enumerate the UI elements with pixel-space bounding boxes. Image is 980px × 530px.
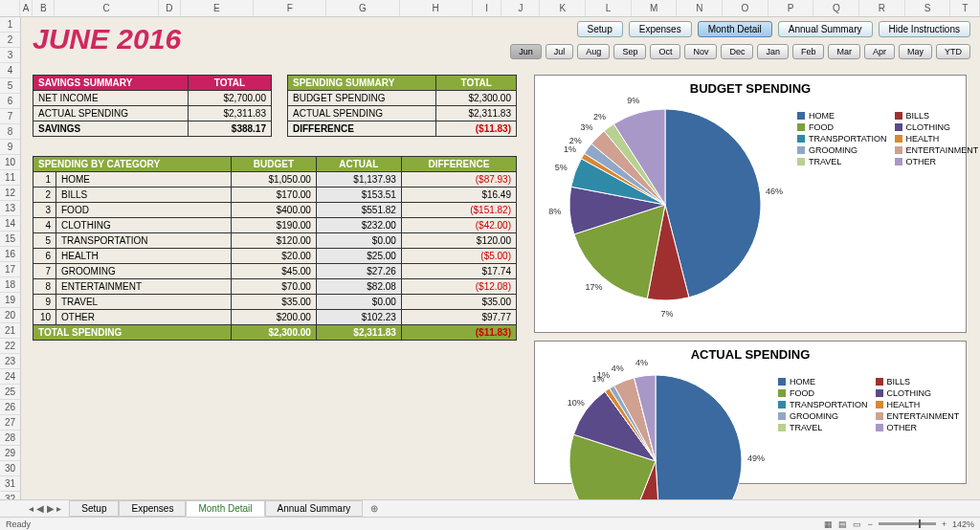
chart-title: ACTUAL SPENDING	[541, 347, 960, 362]
sheet-tab-expenses[interactable]: Expenses	[119, 500, 186, 517]
nav-hide-instructions[interactable]: Hide Instructions	[879, 21, 970, 37]
legend-item: GROOMING	[778, 411, 868, 421]
sheet-tab-month-detail[interactable]: Month Detail	[186, 500, 264, 517]
zoom-level: 142%	[952, 519, 974, 529]
chart-title: BUDGET SPENDING	[541, 81, 960, 96]
savings-summary-table: SAVINGS SUMMARYTOTALNET INCOME$2,700.00A…	[33, 75, 272, 137]
nav-expenses[interactable]: Expenses	[629, 21, 692, 37]
legend-item: GROOMING	[797, 145, 887, 155]
view-layout-icon[interactable]: ▤	[838, 519, 847, 529]
spending-by-category-table: SPENDING BY CATEGORYBUDGETACTUALDIFFEREN…	[33, 156, 517, 341]
legend-item: OTHER	[895, 157, 979, 166]
legend-item: ENTERTAINMENT	[876, 411, 960, 421]
legend-item: FOOD	[778, 388, 868, 398]
sheet-tabs: ◂ ◀ ▶ ▸ SetupExpensesMonth DetailAnnual …	[0, 499, 980, 517]
month-dec[interactable]: Dec	[721, 44, 753, 59]
view-normal-icon[interactable]: ▦	[824, 519, 833, 529]
actual-spending-chart: ACTUAL SPENDING 49%7%24%10%1%1%4%4%HOMEB…	[534, 341, 967, 484]
legend-item: TRANSPORTATION	[778, 400, 868, 409]
month-jul[interactable]: Jul	[546, 44, 574, 59]
legend-item: BILLS	[876, 377, 960, 386]
zoom-controls[interactable]: ▦ ▤ ▭ − + 142%	[824, 519, 974, 529]
budget-spending-chart: BUDGET SPENDING 46%7%17%8%5%1%2%3%2%9%HO…	[534, 75, 967, 333]
month-nov[interactable]: Nov	[684, 44, 717, 59]
zoom-in-icon[interactable]: +	[942, 519, 947, 529]
spending-summary-table: SPENDING SUMMARYTOTALBUDGET SPENDING$2,3…	[287, 75, 517, 137]
sheet-tab-setup[interactable]: Setup	[69, 500, 119, 517]
nav-setup[interactable]: Setup	[577, 21, 623, 37]
legend-item: TRAVEL	[797, 157, 887, 166]
column-headers: ABCDEFGHIJKLMNOPQRST	[0, 0, 980, 17]
page-title: JUNE 2016	[33, 23, 181, 55]
nav-month-detail[interactable]: Month Detail	[698, 21, 772, 37]
status-ready: Ready	[6, 519, 31, 529]
legend-item: TRAVEL	[778, 423, 868, 432]
month-feb[interactable]: Feb	[792, 44, 825, 59]
legend-item: HOME	[797, 111, 887, 121]
status-bar: Ready ▦ ▤ ▭ − + 142%	[0, 517, 980, 530]
nav-annual-summary[interactable]: Annual Summary	[778, 21, 873, 37]
month-oct[interactable]: Oct	[650, 44, 680, 59]
month-buttons: JunJulAugSepOctNovDecJanFebMarAprMayYTD	[510, 44, 970, 59]
nav-buttons: SetupExpensesMonth DetailAnnual SummaryH…	[577, 21, 970, 37]
legend-item: ENTERTAINMENT	[895, 145, 979, 155]
legend-item: OTHER	[876, 423, 960, 432]
month-may[interactable]: May	[899, 44, 932, 59]
view-break-icon[interactable]: ▭	[853, 519, 861, 529]
legend-item: TRANSPORTATION	[797, 134, 887, 144]
legend-item: BILLS	[895, 111, 979, 121]
legend-item: HEALTH	[895, 134, 979, 144]
month-aug[interactable]: Aug	[577, 44, 610, 59]
zoom-out-icon[interactable]: −	[867, 519, 872, 529]
month-jan[interactable]: Jan	[757, 44, 789, 59]
month-apr[interactable]: Apr	[864, 44, 895, 59]
legend-item: FOOD	[797, 122, 887, 132]
sheet-nav-arrows[interactable]: ◂ ◀ ▶ ▸	[29, 503, 61, 514]
month-mar[interactable]: Mar	[828, 44, 860, 59]
month-sep[interactable]: Sep	[613, 44, 646, 59]
month-ytd[interactable]: YTD	[936, 44, 970, 59]
row-headers: 1234567891011121314151617181920212223242…	[0, 17, 21, 522]
month-jun[interactable]: Jun	[510, 44, 542, 59]
legend-item: CLOTHING	[895, 122, 979, 132]
legend-item: HEALTH	[876, 400, 960, 409]
sheet-tab-annual-summary[interactable]: Annual Summary	[265, 500, 364, 517]
add-sheet-button[interactable]: ⊕	[363, 503, 386, 514]
legend-item: HOME	[778, 377, 868, 386]
legend-item: CLOTHING	[876, 388, 960, 398]
